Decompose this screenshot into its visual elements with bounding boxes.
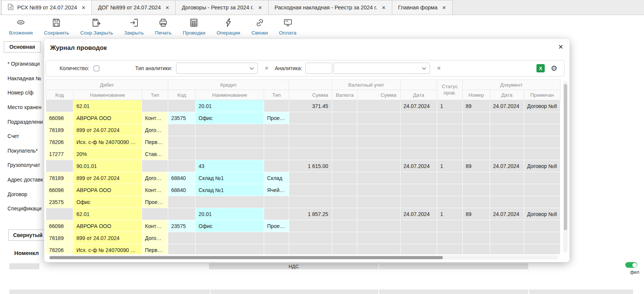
table-cell[interactable] [437,196,463,208]
table-cell[interactable] [168,208,196,220]
payment-button[interactable]: Оплата [279,18,296,36]
table-cell[interactable]: Конт… [142,220,168,232]
table-cell[interactable] [168,196,196,208]
table-cell[interactable] [264,196,289,208]
table-cell[interactable] [524,124,560,136]
table-cell[interactable] [400,124,437,136]
table-cell[interactable]: Дого… [142,232,168,244]
table-cell[interactable] [490,136,524,148]
table-cell[interactable] [264,208,289,220]
table-cell[interactable] [357,148,400,160]
table-row[interactable]: 1727720%Став… [46,148,560,160]
table-row[interactable]: 78206Исх. с-ф № 24070090 …Перв… [46,136,560,148]
table-cell[interactable] [168,232,196,244]
table-cell[interactable] [142,208,168,220]
table-cell[interactable] [332,160,357,172]
table-cell[interactable] [490,148,524,160]
table-cell[interactable]: 89 [463,160,490,172]
modal-close-icon[interactable]: ✕ [558,43,563,51]
table-cell[interactable] [437,232,463,244]
table-cell[interactable] [142,100,168,112]
table-cell[interactable]: 43 [196,160,264,172]
column-header[interactable]: Дата [490,90,524,100]
table-cell[interactable]: 371.45 [289,100,332,112]
table-cell[interactable] [357,244,400,255]
horizontal-scrollbar-thumb[interactable] [49,256,443,259]
table-cell[interactable] [289,244,332,255]
table-cell[interactable] [524,184,560,196]
analytics-code-input[interactable] [305,63,332,74]
table-row[interactable]: 23575ОфисПрое… [46,196,560,208]
table-cell[interactable] [264,100,289,112]
table-cell[interactable] [437,148,463,160]
table-cell[interactable]: Склад №1 [196,172,264,184]
table-cell[interactable]: 1 [437,160,463,172]
table-cell[interactable] [490,244,524,255]
export-excel-button[interactable]: X [536,64,545,72]
table-cell[interactable] [357,136,400,148]
table-cell[interactable] [400,112,437,124]
table-cell[interactable]: Дого… [142,172,168,184]
tab-close-icon[interactable]: ✕ [82,5,86,10]
table-cell[interactable]: 1 [437,208,463,220]
table-cell[interactable]: 90.01.01 [73,160,142,172]
table-cell[interactable]: 20.01 [196,208,264,220]
table-cell[interactable] [46,208,73,220]
table-cell[interactable] [437,220,463,232]
table-cell[interactable]: 899 от 24.07.2024 [73,172,142,184]
table-cell[interactable] [264,148,289,160]
table-cell[interactable] [196,124,264,136]
column-header[interactable]: Примечан [524,90,560,100]
table-cell[interactable] [264,160,289,172]
table-row[interactable]: 66098АВРОРА ОООКонт…68840Склад №1Ячей… [46,184,560,196]
table-cell[interactable]: Конт… [142,184,168,196]
tab-close-icon[interactable]: ✕ [258,5,262,10]
table-cell[interactable] [196,136,264,148]
table-cell[interactable] [463,172,490,184]
column-header[interactable]: Валюта [332,90,357,100]
table-cell[interactable]: 23575 [168,112,196,124]
table-cell[interactable]: 68840 [168,172,196,184]
table-cell[interactable] [264,244,289,255]
clear-analytics-icon[interactable]: ✕ [437,65,441,71]
table-cell[interactable] [463,196,490,208]
save-button[interactable]: Сохранить [44,18,69,36]
table-cell[interactable]: 1 857.25 [289,208,332,220]
print-button[interactable]: Печать [155,18,171,36]
table-cell[interactable]: Склад [264,172,289,184]
table-cell[interactable]: Прое… [264,112,289,124]
table-cell[interactable] [357,220,400,232]
table-cell[interactable] [437,172,463,184]
table-cell[interactable] [289,184,332,196]
table-cell[interactable] [357,232,400,244]
table-cell[interactable] [332,112,357,124]
table-cell[interactable] [490,232,524,244]
table-cell[interactable]: Офис [73,196,142,208]
table-cell[interactable] [400,148,437,160]
table-cell[interactable] [196,148,264,160]
table-cell[interactable] [437,244,463,255]
table-cell[interactable]: Прое… [142,196,168,208]
table-cell[interactable] [332,232,357,244]
table-cell[interactable] [289,196,332,208]
close-document-button[interactable]: Закрыть [124,18,143,36]
table-cell[interactable] [437,136,463,148]
table-cell[interactable] [490,172,524,184]
table-cell[interactable] [357,100,400,112]
table-cell[interactable] [524,244,560,255]
table-cell[interactable] [289,172,332,184]
table-cell[interactable] [463,124,490,136]
table-cell[interactable] [463,148,490,160]
table-cell[interactable] [524,196,560,208]
table-cell[interactable]: 78189 [46,124,73,136]
table-cell[interactable]: 24.07.2024 [490,100,524,112]
filter-toggle[interactable] [625,262,637,268]
table-cell[interactable]: 24.07.2024 [400,208,437,220]
table-cell[interactable]: 24.07.2024 [400,100,437,112]
column-header-status[interactable]: Статус пров. [437,80,463,100]
table-cell[interactable] [437,112,463,124]
table-cell[interactable] [490,124,524,136]
table-cell[interactable]: 1 615.00 [289,160,332,172]
table-cell[interactable]: 23575 [168,220,196,232]
table-cell[interactable]: 89 [463,100,490,112]
